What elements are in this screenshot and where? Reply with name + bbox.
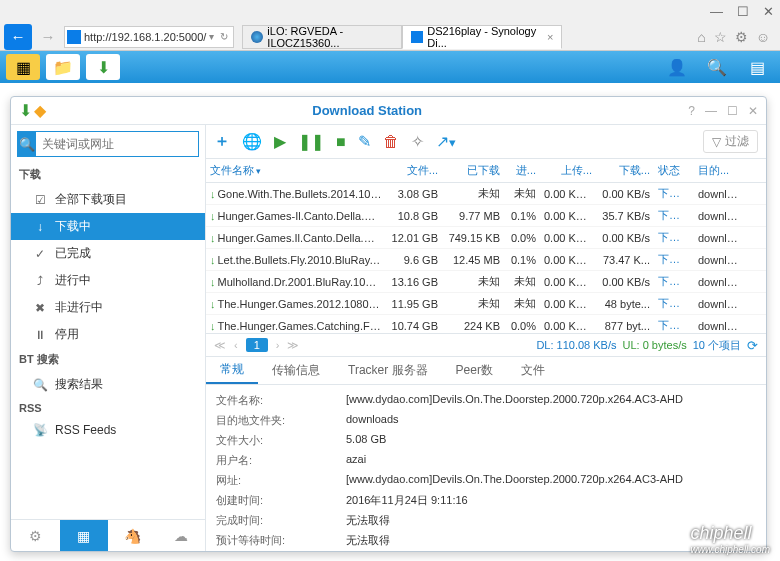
upload-icon: ⤴ <box>33 274 47 288</box>
app-maximize-icon[interactable]: ☐ <box>727 104 738 118</box>
detail-label-eta: 预计等待时间: <box>216 533 346 548</box>
page-prev-one-icon[interactable]: ‹ <box>234 339 238 351</box>
ul-speed: UL: 0 bytes/s <box>623 339 687 351</box>
page-prev-icon[interactable]: ≪ <box>214 339 226 352</box>
tab-close-icon[interactable]: × <box>547 31 553 43</box>
dsm-filestation-button[interactable]: 📁 <box>46 54 80 80</box>
window-maximize[interactable]: ☐ <box>737 4 749 19</box>
col-header-down[interactable]: 下载... <box>596 163 654 178</box>
smile-icon[interactable]: ☺ <box>756 29 770 45</box>
address-bar[interactable]: http://192.168.1.20:5000/ ▾ ↻ <box>64 26 234 48</box>
col-header-name[interactable]: 文件名称 <box>206 163 386 178</box>
sidebar-item-label: 已完成 <box>55 245 91 262</box>
settings-icon[interactable]: ⚙ <box>735 29 748 45</box>
sidebar-item-rss[interactable]: 📡RSS Feeds <box>11 418 205 442</box>
sidebar-item-btsearch[interactable]: 🔍搜索结果 <box>11 371 205 398</box>
sidebar-item-active[interactable]: ⤴进行中 <box>11 267 205 294</box>
col-header-done[interactable]: 已下载 <box>442 163 504 178</box>
detail-tabs: 常规传输信息Tracker 服务器Peer数文件 <box>206 357 766 385</box>
resume-button[interactable]: ▶ <box>274 132 286 151</box>
sidebar-host-button[interactable]: ☁ <box>157 520 206 551</box>
table-row[interactable]: ↓The.Hunger.Games.Catching.Fire...10.74 … <box>206 315 766 333</box>
table-row[interactable]: ↓Hunger.Games.Il.Canto.Della.Riv...12.01… <box>206 227 766 249</box>
tab-label: iLO: RGVEDA - ILOCZ15360... <box>267 25 393 49</box>
sidebar-item-label: RSS Feeds <box>55 423 116 437</box>
search-box[interactable]: 🔍 <box>17 131 199 157</box>
table-row[interactable]: ↓Mulholland.Dr.2001.BluRay.1080...13.16 … <box>206 271 766 293</box>
sidebar-emule-button[interactable]: 🐴 <box>108 520 157 551</box>
col-header-status[interactable]: 状态 <box>654 163 694 178</box>
dsm-search-icon[interactable]: 🔍 <box>700 54 734 80</box>
refresh-button[interactable]: ⟳ <box>747 338 758 353</box>
app-close-icon[interactable]: ✕ <box>748 104 758 118</box>
nav-back-button[interactable]: ← <box>4 24 32 50</box>
col-header-prog[interactable]: 进... <box>504 163 540 178</box>
dsm-download-button[interactable]: ⬇ <box>86 54 120 80</box>
dsm-toolbar: ▦ 📁 ⬇ 👤 🔍 ▤ <box>0 51 780 83</box>
add-url-button[interactable]: 🌐 <box>242 132 262 151</box>
add-button[interactable]: ＋ <box>214 131 230 152</box>
col-header-up[interactable]: 上传... <box>540 163 596 178</box>
dsm-menu-button[interactable]: ▦ <box>6 54 40 80</box>
detail-tab[interactable]: 常规 <box>206 357 258 384</box>
detail-tab[interactable]: 文件 <box>507 357 559 384</box>
pause-button[interactable]: ❚❚ <box>298 132 324 151</box>
sidebar-item-inactive[interactable]: ✖非进行中 <box>11 294 205 321</box>
app-help-icon[interactable]: ? <box>688 104 695 118</box>
dsm-icon <box>411 31 423 43</box>
gear-icon: ⚙ <box>29 528 42 544</box>
table-row[interactable]: ↓The.Hunger.Games.2012.1080p....11.95 GB… <box>206 293 766 315</box>
col-header-size[interactable]: 文件... <box>386 163 442 178</box>
delete-button[interactable]: 🗑 <box>383 133 399 151</box>
table-row[interactable]: ↓Hunger.Games-Il.Canto.Della.Riv...10.8 … <box>206 205 766 227</box>
table-row[interactable]: ↓Let.the.Bullets.Fly.2010.BluRay.1...9.6… <box>206 249 766 271</box>
page-next-icon[interactable]: ≫ <box>287 339 299 352</box>
app-icon-2: ◆ <box>34 101 46 120</box>
sidebar-item-downloading[interactable]: ↓下载中 <box>11 213 205 240</box>
pause-icon: ⏸ <box>33 328 47 342</box>
page-next-one-icon[interactable]: › <box>276 339 280 351</box>
stop-button[interactable]: ■ <box>336 133 346 151</box>
emule-icon: 🐴 <box>124 528 141 544</box>
window-minimize[interactable]: — <box>710 4 723 19</box>
tab-label: DS216play - Synology Di... <box>427 25 543 49</box>
edit-button[interactable]: ✎ <box>358 132 371 151</box>
funnel-icon: ▽ <box>712 135 721 149</box>
app-minimize-icon[interactable]: — <box>705 104 717 118</box>
sidebar-settings-button[interactable]: ⚙ <box>11 520 60 551</box>
browser-tab[interactable]: DS216play - Synology Di... × <box>402 25 562 49</box>
search-input[interactable] <box>36 132 198 156</box>
detail-tab[interactable]: Peer数 <box>442 357 507 384</box>
dsm-widget-icon[interactable]: ▤ <box>740 54 774 80</box>
detail-label-created: 创建时间: <box>216 493 346 508</box>
window-close[interactable]: ✕ <box>763 4 774 19</box>
col-header-dest[interactable]: 目的... <box>694 163 744 178</box>
browser-tab[interactable]: iLO: RGVEDA - ILOCZ15360... <box>242 25 402 49</box>
detail-tab[interactable]: Tracker 服务器 <box>334 357 442 384</box>
checkbox-icon: ☑ <box>33 193 47 207</box>
sidebar-item-stopped[interactable]: ⏸停用 <box>11 321 205 348</box>
detail-label-finished: 完成时间: <box>216 513 346 528</box>
arrow-down-icon: ↓ <box>210 254 216 266</box>
detail-label-size: 文件大小: <box>216 433 346 448</box>
home-icon[interactable]: ⌂ <box>697 29 705 45</box>
refresh-icon[interactable]: ↻ <box>217 31 231 42</box>
sidebar-item-all[interactable]: ☑全部下载项目 <box>11 186 205 213</box>
sidebar-item-completed[interactable]: ✓已完成 <box>11 240 205 267</box>
clear-button[interactable]: ✧ <box>411 132 424 151</box>
rss-icon: 📡 <box>33 423 47 437</box>
app-title: Download Station <box>46 103 688 118</box>
arrow-down-icon: ↓ <box>33 220 47 234</box>
filter-input[interactable]: ▽ 过滤 <box>703 130 758 153</box>
favorite-icon[interactable]: ☆ <box>714 29 727 45</box>
dropdown-icon[interactable]: ▾ <box>206 31 217 42</box>
detail-label-dest: 目的地文件夹: <box>216 413 346 428</box>
table-header: 文件名称 文件... 已下载 进... 上传... 下载... 状态 目的... <box>206 159 766 183</box>
detail-value-created: 2016年11月24日 9:11:16 <box>346 493 756 508</box>
detail-tab[interactable]: 传输信息 <box>258 357 334 384</box>
dsm-user-icon[interactable]: 👤 <box>660 54 694 80</box>
nav-forward-button[interactable]: → <box>34 24 62 50</box>
table-row[interactable]: ↓Gone.With.The.Bullets.2014.108...3.08 G… <box>206 183 766 205</box>
sidebar-schedule-button[interactable]: ▦ <box>60 520 109 551</box>
action-button[interactable]: ↗▾ <box>436 132 456 151</box>
